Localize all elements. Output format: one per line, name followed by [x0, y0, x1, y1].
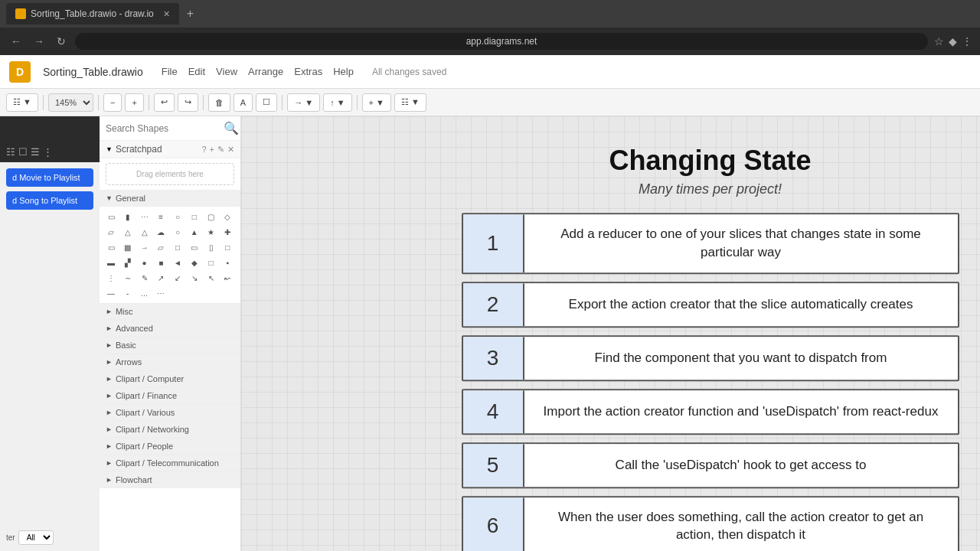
tab-close-icon[interactable]: ✕ — [163, 9, 170, 19]
shape-star[interactable]: ★ — [204, 225, 218, 239]
style-button[interactable]: ☐ — [256, 93, 277, 112]
panel-icon-2[interactable]: ☐ — [18, 146, 28, 158]
shape-lines[interactable]: ≡ — [154, 210, 168, 223]
add-song-button[interactable]: d Song to Playlist — [6, 191, 93, 210]
insert-button[interactable]: + ▼ — [362, 93, 391, 112]
scratchpad-close-icon[interactable]: ✕ — [227, 145, 234, 155]
shape-t18[interactable]: ∼ — [121, 271, 135, 285]
shape-t15[interactable]: □ — [204, 256, 218, 269]
shape-t6[interactable]: ▭ — [188, 240, 201, 254]
section-general[interactable]: ▼ General — [100, 190, 240, 207]
redo-button[interactable]: ↪ — [178, 93, 198, 112]
shape-t20[interactable]: ↗ — [154, 271, 168, 285]
shape-t28[interactable]: ⋯ — [154, 286, 168, 300]
shape-t27[interactable]: … — [138, 286, 152, 300]
section-basic[interactable]: ► Basic — [100, 337, 240, 354]
shape-t17[interactable]: ⋮ — [104, 271, 118, 285]
shape-t13[interactable]: ◄ — [171, 256, 185, 269]
shape-t4[interactable]: ▱ — [154, 240, 168, 254]
shape-t24[interactable]: ↜ — [220, 271, 234, 285]
scratchpad-help-icon[interactable]: ? — [201, 145, 206, 155]
zoom-select[interactable]: 145% — [48, 93, 93, 112]
undo-button[interactable]: ↩ — [154, 93, 175, 112]
section-clipart-various[interactable]: ► Clipart / Various — [100, 404, 240, 421]
shape-sq3[interactable]: ▢ — [204, 210, 218, 223]
shape-para[interactable]: ▱ — [104, 225, 118, 239]
format-button[interactable]: A — [234, 93, 253, 112]
shape-tri[interactable]: △ — [121, 225, 135, 239]
shape-t8[interactable]: □ — [220, 240, 234, 254]
zoom-in-button[interactable]: + — [125, 93, 143, 112]
shape-t14[interactable]: ◆ — [188, 256, 201, 269]
section-clipart-networking[interactable]: ► Clipart / Networking — [100, 421, 240, 438]
canvas-area[interactable]: Changing State Many times per project! 1… — [241, 116, 980, 551]
shape-t7[interactable]: ▯ — [204, 240, 218, 254]
section-clipart-computer[interactable]: ► Clipart / Computer — [100, 370, 240, 387]
extension-icon[interactable]: ◆ — [949, 35, 957, 47]
forward-button[interactable]: → — [31, 34, 47, 49]
shape-t10[interactable]: ▞ — [121, 256, 135, 269]
shape-rect[interactable]: ▭ — [104, 210, 118, 223]
connect-button[interactable]: → ▼ — [287, 93, 320, 112]
shape-hex[interactable]: △ — [138, 225, 152, 239]
shape-t2[interactable]: ▩ — [121, 240, 135, 254]
section-arrows[interactable]: ► Arrows — [100, 354, 240, 370]
back-button[interactable]: ← — [8, 34, 24, 49]
shape-sq2[interactable]: □ — [188, 210, 201, 223]
shape-call[interactable]: ▲ — [188, 225, 201, 239]
shape-circle[interactable]: ○ — [171, 210, 185, 223]
shape-t19[interactable]: ✎ — [138, 271, 152, 285]
panel-icon-3[interactable]: ☰ — [31, 146, 40, 158]
section-clipart-people[interactable]: ► Clipart / People — [100, 438, 240, 455]
shape-cyl[interactable]: ○ — [171, 225, 185, 239]
address-bar[interactable]: app.diagrams.net — [75, 33, 928, 50]
shape-t23[interactable]: ↖ — [204, 271, 218, 285]
menu-help[interactable]: Help — [333, 66, 354, 77]
shape-t22[interactable]: ↘ — [188, 271, 201, 285]
view-toggle-button[interactable]: ☷ ▼ — [6, 93, 38, 112]
menu-icon[interactable]: ⋮ — [962, 35, 972, 47]
panel-icon-1[interactable]: ☷ — [6, 146, 15, 158]
section-advanced[interactable]: ► Advanced — [100, 320, 240, 337]
section-misc[interactable]: ► Misc — [100, 303, 240, 320]
shape-t26[interactable]: ‑ — [121, 286, 135, 300]
menu-edit[interactable]: Edit — [188, 66, 205, 77]
shape-t5[interactable]: □ — [171, 240, 185, 254]
shape-t3[interactable]: → — [138, 240, 152, 254]
shape-t25[interactable]: — — [104, 286, 118, 300]
panel-icon-4[interactable]: ⋮ — [43, 146, 53, 158]
menu-extras[interactable]: Extras — [294, 66, 322, 77]
waypoint-button[interactable]: ↑ ▼ — [323, 93, 351, 112]
scratchpad-add-icon[interactable]: + — [210, 145, 214, 155]
menu-file[interactable]: File — [162, 66, 178, 77]
shape-cloud[interactable]: ☁ — [154, 225, 168, 239]
browser-tab[interactable]: Sorting_Table.drawio - draw.io ✕ — [6, 3, 179, 24]
shape-diamond[interactable]: ◇ — [220, 210, 234, 223]
bookmark-icon[interactable]: ☆ — [934, 35, 944, 47]
shape-cross[interactable]: ✚ — [220, 225, 234, 239]
delete-button[interactable]: 🗑 — [208, 93, 230, 112]
section-clipart-telecom[interactable]: ► Clipart / Telecommunication — [100, 455, 240, 471]
zoom-out-button[interactable]: − — [103, 93, 122, 112]
shape-t1[interactable]: ▭ — [104, 240, 118, 254]
shape-t11[interactable]: ● — [138, 256, 152, 269]
reload-button[interactable]: ↻ — [54, 34, 69, 49]
new-tab-button[interactable]: + — [187, 7, 194, 21]
section-flowchart[interactable]: ► Flowchart — [100, 471, 240, 488]
shape-dots[interactable]: ⋯ — [138, 210, 152, 223]
filter-select[interactable]: All — [18, 530, 54, 545]
search-shapes-input[interactable] — [106, 123, 220, 134]
menu-view[interactable]: View — [216, 66, 237, 77]
menu-arrange[interactable]: Arrange — [248, 66, 283, 77]
scratchpad-toggle[interactable]: ▼ — [106, 145, 113, 153]
shape-t21[interactable]: ↙ — [171, 271, 185, 285]
scratchpad-edit-icon[interactable]: ✎ — [217, 145, 224, 155]
add-movie-button[interactable]: d Movie to Playlist — [6, 168, 93, 187]
search-icon[interactable]: 🔍 — [224, 121, 239, 135]
shape-t12[interactable]: ■ — [154, 256, 168, 269]
section-clipart-finance[interactable]: ► Clipart / Finance — [100, 387, 240, 404]
shape-t16[interactable]: ▪ — [220, 256, 234, 269]
shape-rect-r[interactable]: ▮ — [121, 210, 135, 223]
shape-t9[interactable]: ▬ — [104, 256, 118, 269]
table-button[interactable]: ☷ ▼ — [394, 93, 426, 112]
